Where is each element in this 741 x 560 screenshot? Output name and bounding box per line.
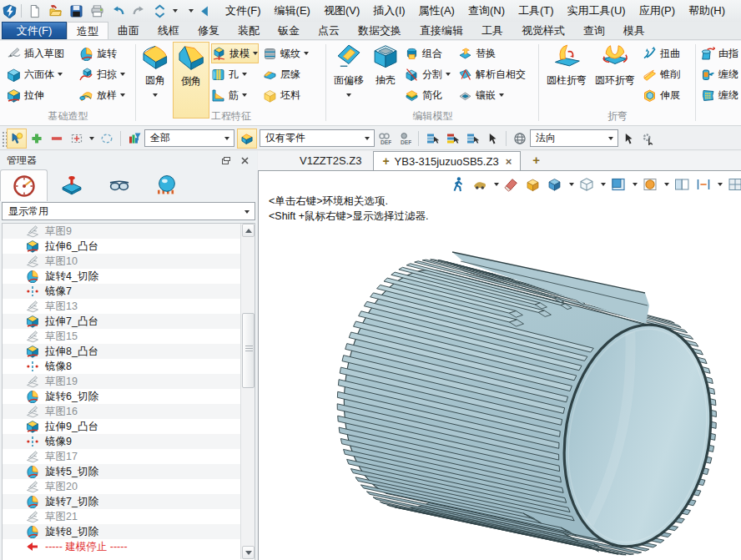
twopane-button[interactable] [673, 176, 691, 193]
ribbon-button-圆角[interactable]: 圆角 [138, 42, 173, 115]
grid-button[interactable] [726, 176, 741, 193]
ribbon-tab-查询[interactable]: 查询 [574, 22, 614, 39]
ribbon-button-插入草图[interactable]: 插入草图 [7, 43, 64, 63]
menu-7[interactable]: 实用工具(U) [561, 0, 633, 22]
ribbon-button-解析自相交[interactable]: 解析自相交 [458, 64, 526, 84]
scroll-thumb[interactable] [242, 313, 255, 388]
ribbon-button-镶嵌[interactable]: 镶嵌 [458, 85, 504, 105]
ribbon-tab-模具[interactable]: 模具 [614, 22, 654, 39]
ribbon-button-替换[interactable]: 替换 [458, 43, 496, 63]
newdoc-button[interactable] [24, 2, 45, 20]
orangewin-button[interactable] [641, 176, 659, 193]
winselect-button[interactable] [67, 129, 87, 149]
print-button[interactable] [87, 2, 108, 20]
part-filter-combo[interactable]: 仅有零件 [260, 129, 375, 147]
ribbon-button-缠绕[interactable]: 缠绕 [701, 85, 738, 105]
menu-0[interactable]: 文件(F) [219, 0, 268, 22]
menu-4[interactable]: 属性(A) [412, 0, 461, 22]
gearcursor-button[interactable] [638, 129, 658, 149]
plusgreen-button[interactable] [27, 129, 47, 149]
redo-button[interactable] [129, 2, 149, 20]
scroll-down-button[interactable] [242, 546, 255, 559]
ribbon-button-简化[interactable]: 简化 [405, 85, 442, 105]
chevron-down-icon[interactable] [242, 73, 247, 76]
tree-item-草图13[interactable]: 草图13 [3, 299, 240, 314]
menu-1[interactable]: 编辑(E) [268, 0, 317, 22]
scroll-up-button[interactable] [242, 224, 255, 237]
cursor-button[interactable] [618, 129, 638, 149]
defb-button[interactable]: DEF [395, 129, 415, 149]
bluewin-dropdown[interactable] [631, 183, 639, 186]
model-3d-motor-housing[interactable] [259, 171, 741, 560]
ribbon-button-螺纹[interactable]: 螺纹 [263, 43, 309, 63]
toolbar-grip[interactable] [1, 130, 7, 147]
ribbon-tab-钣金[interactable]: 钣金 [269, 22, 309, 39]
tree-item-旋转6_切除[interactable]: 旋转6_切除 [3, 389, 240, 404]
file-menu-button[interactable]: 文件(F) [2, 22, 67, 39]
goldbox-button[interactable] [524, 176, 542, 193]
ribbon-tab-视觉样式[interactable]: 视觉样式 [512, 22, 574, 39]
manager-tab-history-manager[interactable] [0, 169, 48, 201]
ribbon-button-圆柱折弯[interactable]: 圆柱折弯 [543, 42, 590, 115]
manager-restore-button[interactable] [217, 154, 235, 167]
ribbon-button-旋转[interactable]: 旋转 [79, 43, 117, 63]
tree-item-草图15[interactable]: 草图15 [3, 329, 240, 344]
ribbon-tab-造型[interactable]: 造型 [67, 22, 108, 39]
bluewin-button[interactable] [609, 176, 628, 193]
cursor-button[interactable] [482, 129, 502, 149]
partbox-button[interactable] [237, 129, 257, 149]
ribbon-tab-直接编辑[interactable]: 直接编辑 [411, 22, 472, 39]
viewport[interactable]: <单击右键>环境相关选项. <Shift +鼠标右键>显示选择过滤器. [258, 170, 741, 560]
ribbon-tab-数据交换[interactable]: 数据交换 [349, 22, 411, 39]
tree-view-dropdown[interactable]: 显示常用 [2, 202, 255, 220]
tree-item-旋转5_切除[interactable]: 旋转5_切除 [3, 464, 240, 479]
collapse-button[interactable] [195, 2, 214, 20]
window-select-dropdown[interactable] [87, 129, 97, 149]
globe-button[interactable] [510, 129, 530, 149]
tree-item-草图21[interactable]: 草图21 [3, 509, 240, 524]
menu-2[interactable]: 视图(V) [317, 0, 366, 22]
ribbon-button-分割[interactable]: 分割 [405, 64, 451, 84]
visstyle-button[interactable] [471, 176, 489, 193]
hgap-button[interactable] [694, 176, 713, 193]
ribbon-button-拔模[interactable]: 拔模 [211, 43, 259, 63]
logo-button[interactable] [0, 2, 18, 20]
undo-button[interactable] [108, 2, 129, 20]
ribbon-button-放样[interactable]: 放样 [79, 85, 125, 105]
manager-close-button[interactable] [235, 154, 254, 167]
tree-item-拉伸8_凸台[interactable]: 拉伸8_凸台 [3, 344, 240, 359]
tree-scrollbar[interactable] [240, 224, 255, 559]
qat-customize-dropdown[interactable] [186, 2, 195, 20]
close-tab-button[interactable]: × [506, 155, 512, 168]
menu-6[interactable]: 工具(T) [512, 0, 561, 22]
ribbon-button-抽壳[interactable]: 抽壳 [369, 42, 402, 115]
eraser-button[interactable] [502, 176, 521, 193]
tree-item-旋转4_切除[interactable]: 旋转4_切除 [3, 269, 240, 284]
tree-item-草图9[interactable]: 草图9 [3, 224, 240, 239]
document-tab-V1ZZT2S.Z3[interactable]: V1ZZT2S.Z3 [288, 151, 373, 170]
chevron-down-icon[interactable] [58, 73, 63, 76]
tree-item-拉伸7_凸台[interactable]: 拉伸7_凸台 [3, 314, 240, 329]
ribbon-button-六面体[interactable]: 六面体 [7, 64, 63, 84]
ribbon-tab-线框[interactable]: 线框 [149, 22, 189, 39]
tree-item-拉伸6_凸台[interactable]: 拉伸6_凸台 [3, 239, 240, 254]
chevron-down-icon[interactable] [120, 73, 125, 76]
chevron-down-icon[interactable] [346, 93, 351, 97]
ribbon-tab-曲面[interactable]: 曲面 [108, 22, 149, 39]
new-tab-button[interactable]: + [532, 151, 540, 170]
bluecube-dropdown[interactable] [567, 183, 576, 186]
ribbon-button-层缘[interactable]: 层缘 [263, 64, 300, 84]
ribbon-tab-装配[interactable]: 装配 [229, 22, 269, 39]
ribbon-button-伸展[interactable]: 伸展 [643, 85, 680, 105]
tree-item-旋转8_切除[interactable]: 旋转8_切除 [3, 524, 240, 539]
ribbon-button-组合[interactable]: 组合 [405, 43, 442, 63]
manager-tab-visibility-manager[interactable] [95, 169, 143, 201]
ribbon-button-拉伸[interactable]: 拉伸 [7, 85, 44, 105]
colorbar-button[interactable] [124, 129, 144, 149]
minusred-button[interactable] [47, 129, 67, 149]
menu-3[interactable]: 插入(I) [366, 0, 411, 22]
ribbon-button-孔[interactable]: 孔 [211, 64, 247, 84]
chevron-down-icon[interactable] [153, 93, 158, 97]
stack2-button[interactable] [442, 129, 462, 149]
tree-item-草图20[interactable]: 草图20 [3, 479, 240, 494]
